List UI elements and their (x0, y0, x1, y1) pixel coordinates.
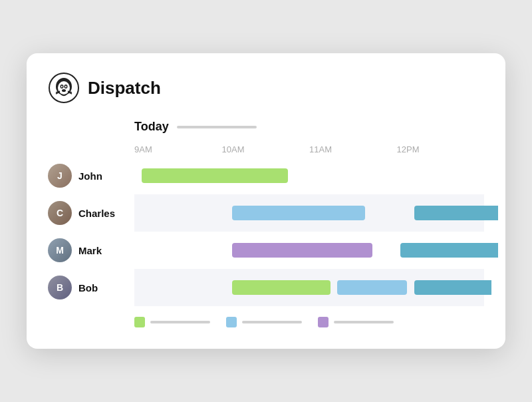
legend-dot-green (134, 317, 145, 327)
row-bob: B Bob (48, 269, 484, 306)
row-charles: C Charles (48, 194, 484, 232)
svg-point-5 (61, 86, 63, 88)
chart-bob (134, 269, 484, 306)
time-12pm: 12PM (397, 144, 485, 154)
bar-bob-2 (337, 280, 407, 295)
avatar-bob: B (48, 276, 72, 300)
bar-charles-2 (414, 206, 498, 220)
legend-line-purple (334, 321, 394, 323)
avatar-charles: C (48, 201, 72, 225)
svg-point-6 (65, 86, 66, 88)
header: Dispatch (48, 72, 484, 104)
legend-dot-blue (226, 317, 237, 327)
main-card: Dispatch Today 9AM 10AM 11AM 12PM J John (27, 53, 505, 349)
name-mark: Mark (78, 245, 102, 256)
person-mark: M Mark (48, 238, 134, 262)
avatar-john: J (48, 164, 72, 188)
bar-bob-1 (232, 280, 330, 295)
name-bob: Bob (78, 282, 98, 294)
legend-purple (318, 317, 394, 327)
legend-green (134, 317, 210, 327)
section-label-line (177, 126, 257, 128)
bar-john-1 (142, 168, 289, 183)
time-header: 9AM 10AM 11AM 12PM (134, 144, 484, 154)
gantt-rows: J John C Charles (48, 157, 484, 306)
row-mark: M Mark (48, 232, 484, 269)
bar-mark-2 (400, 243, 498, 258)
section-label: Today (134, 120, 484, 134)
bar-bob-3 (414, 280, 491, 295)
avatar-mark: M (48, 238, 72, 262)
svg-point-7 (62, 89, 66, 92)
today-label: Today (134, 120, 169, 134)
chart-john (134, 157, 484, 194)
name-charles: Charles (78, 208, 115, 219)
gantt-chart: 9AM 10AM 11AM 12PM J John C (48, 144, 484, 306)
legend (134, 317, 484, 327)
dispatch-logo (48, 72, 80, 104)
person-bob: B Bob (48, 276, 134, 300)
person-john: J John (48, 164, 134, 188)
chart-mark (134, 232, 484, 269)
chart-charles (134, 194, 484, 232)
legend-line-green (150, 321, 210, 323)
time-9am: 9AM (134, 144, 222, 154)
bar-charles-1 (232, 206, 365, 220)
app-title: Dispatch (88, 78, 161, 99)
svg-point-2 (58, 81, 70, 95)
person-charles: C Charles (48, 201, 134, 225)
bar-mark-1 (232, 243, 372, 258)
legend-dot-purple (318, 317, 329, 327)
time-11am: 11AM (309, 144, 397, 154)
legend-line-blue (242, 321, 302, 323)
legend-blue (226, 317, 302, 327)
time-10am: 10AM (222, 144, 310, 154)
name-john: John (78, 170, 102, 182)
row-john: J John (48, 157, 484, 194)
